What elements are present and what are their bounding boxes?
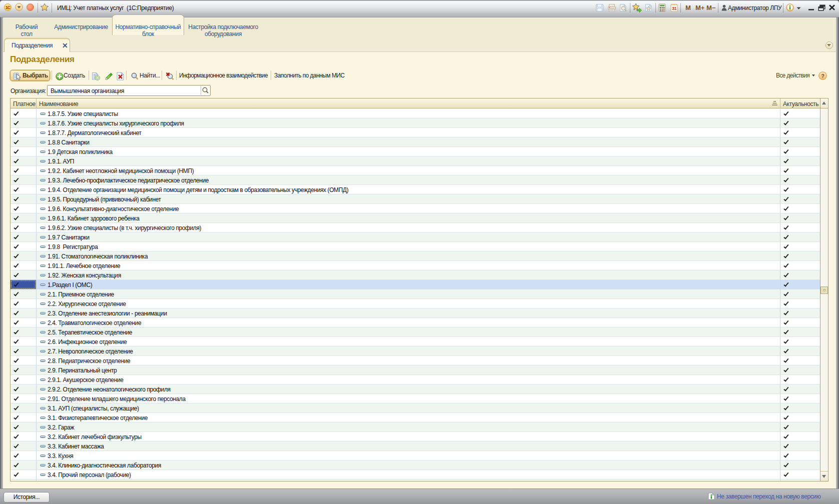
svg-text:1C: 1C — [6, 5, 11, 10]
svg-text:?: ? — [821, 73, 824, 79]
svg-text:31: 31 — [672, 6, 677, 11]
